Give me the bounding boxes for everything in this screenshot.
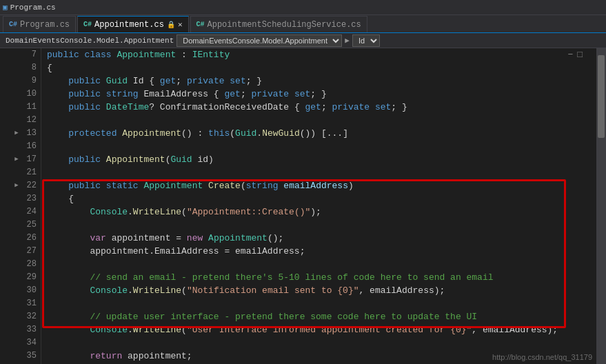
line-number-gutter: 789101112▶1316▶1721▶22232425262728293031…	[0, 48, 41, 364]
breadcrumb-member-dropdown[interactable]: Id	[352, 34, 380, 47]
code-line: {	[47, 61, 596, 74]
code-token: (	[165, 153, 171, 166]
code-token: [...]	[321, 127, 354, 140]
code-token: (	[181, 284, 187, 297]
code-token: NewGuid	[262, 127, 300, 140]
code-token: return	[90, 350, 122, 363]
tab-program[interactable]: C# Program.cs	[3, 16, 76, 32]
collapse-arrow-icon[interactable]: ▶	[13, 127, 20, 140]
line-number: 22	[21, 179, 37, 192]
code-token: new	[187, 232, 208, 245]
code-token: get	[160, 74, 176, 88]
line-number: 16	[21, 140, 37, 153]
code-token: WriteLine	[133, 284, 181, 297]
gutter-line: 25	[0, 219, 37, 232]
code-line: public static Appointment Create(string …	[47, 179, 596, 192]
editor-top-icons: − □	[566, 48, 584, 61]
tab-service-label: AppointmentSchedulingService.cs	[208, 20, 361, 30]
code-token: this	[208, 127, 230, 140]
code-token: Appointment	[122, 127, 181, 140]
collapse-arrow-icon[interactable]: ▶	[13, 153, 20, 166]
code-token	[47, 205, 90, 219]
gutter-line: 32	[0, 310, 37, 323]
gutter-line: 35	[0, 350, 37, 363]
code-token: ? ConfirmationReceivedDate {	[149, 101, 305, 114]
code-token: Appointment	[117, 48, 176, 61]
code-token: "User Interface informed appointment cre…	[187, 323, 472, 336]
tab-appointment-icon: C#	[83, 21, 92, 28]
code-token	[47, 350, 90, 363]
code-line: protected Appointment() : this(Guid.NewG…	[47, 127, 596, 140]
line-number: 10	[21, 88, 37, 101]
line-number: 12	[21, 114, 37, 127]
code-token: (	[181, 205, 187, 219]
code-token: public string	[68, 88, 138, 101]
line-number: 35	[21, 350, 37, 363]
tab-program-icon: C#	[9, 21, 17, 28]
line-number: 29	[21, 271, 37, 284]
code-token	[47, 232, 90, 245]
collapse-arrow-icon[interactable]: ▶	[13, 179, 20, 192]
line-number: 31	[21, 297, 37, 310]
breadcrumb-namespace-dropdown[interactable]: DomainEventsConsole.Model.Appointment	[176, 34, 342, 47]
code-token: IEntity	[192, 48, 230, 61]
code-line	[47, 114, 596, 127]
gutter-line: 24	[0, 205, 37, 219]
code-token: private set	[251, 88, 310, 101]
code-token: {	[47, 61, 52, 74]
code-token: .	[128, 205, 133, 219]
code-token: appointment.EmailAddress = emailAddress;	[47, 245, 305, 258]
vertical-scrollbar[interactable]	[596, 48, 606, 364]
code-token: ())	[300, 127, 321, 140]
code-line: public Guid Id { get; private set; }	[47, 74, 596, 88]
code-line: public string EmailAddress { get; privat…	[47, 88, 596, 101]
tab-bar: C# Program.cs C# Appointment.cs 🔒 ✕ C# A…	[0, 15, 606, 33]
gutter-line: 9	[0, 74, 37, 88]
code-line: // update user interface - pretend there…	[47, 310, 596, 323]
code-token: Appointment	[143, 179, 203, 192]
gutter-line: 28	[0, 258, 37, 271]
gutter-line: 16	[0, 140, 37, 153]
tab-appointment-modified: 🔒	[167, 21, 175, 29]
line-number: 28	[21, 258, 37, 271]
scrollbar-thumb[interactable]	[598, 55, 605, 138]
code-token: .	[128, 284, 133, 297]
code-token: public	[68, 153, 106, 166]
line-number: 17	[21, 153, 37, 166]
code-line	[47, 336, 596, 350]
gutter-line: 33	[0, 323, 37, 336]
line-number: 24	[21, 205, 37, 219]
gutter-line: 29	[0, 271, 37, 284]
expand-icon[interactable]: □	[576, 50, 584, 60]
gutter-line: 26	[0, 232, 37, 245]
line-number: 25	[21, 219, 37, 232]
tab-appointment[interactable]: C# Appointment.cs 🔒 ✕	[77, 16, 188, 32]
code-token: {	[47, 192, 74, 205]
code-token: Console	[90, 205, 128, 219]
line-number: 11	[21, 101, 37, 114]
code-token	[47, 88, 68, 101]
gutter-line: 23	[0, 192, 37, 205]
code-token: "Appointment::Create()"	[187, 205, 310, 219]
gutter-line: 30	[0, 284, 37, 297]
breadcrumb-bar: DomainEventsConsole.Model.Appointment Do…	[0, 33, 606, 48]
code-token	[47, 74, 68, 88]
collapse-icon[interactable]: −	[566, 50, 574, 60]
gutter-line: 7	[0, 48, 37, 61]
code-token: () :	[181, 127, 208, 140]
gutter-line: 34	[0, 336, 37, 350]
code-token: (	[181, 323, 187, 336]
code-line: Console.WriteLine("User Interface inform…	[47, 323, 596, 336]
tab-program-label: Program.cs	[20, 20, 70, 30]
line-number: 7	[21, 48, 37, 61]
code-token: Console	[90, 323, 128, 336]
code-area[interactable]: public class Appointment : IEntity{ publ…	[41, 48, 596, 364]
code-token: var	[90, 232, 105, 245]
tab-service[interactable]: C# AppointmentSchedulingService.cs	[190, 16, 367, 32]
code-token: appointment;	[122, 350, 192, 363]
code-line: public class Appointment : IEntity	[47, 48, 596, 61]
tab-appointment-close[interactable]: ✕	[178, 20, 183, 29]
code-token: public static	[68, 179, 143, 192]
code-token: ; }	[246, 74, 262, 88]
code-token: public	[68, 74, 106, 88]
